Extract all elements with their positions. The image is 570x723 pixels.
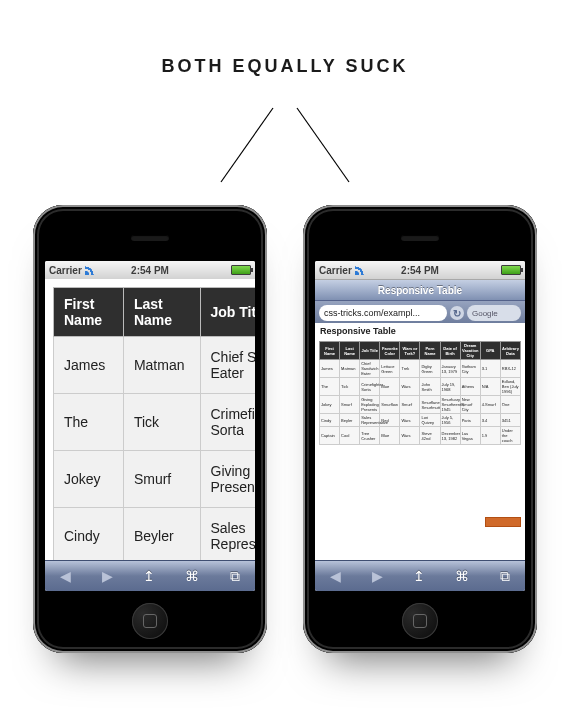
page-title: Responsive Table bbox=[315, 323, 525, 339]
status-time: 2:54 PM bbox=[45, 265, 255, 276]
pages-icon[interactable]: ⧉ bbox=[230, 568, 240, 585]
earpiece bbox=[401, 235, 439, 241]
webview-right[interactable]: Responsive Table First NameLast NameJob … bbox=[315, 323, 525, 561]
clipped-data-table: First NameLast NameJob Title JamesMatman… bbox=[53, 287, 255, 561]
search-field[interactable]: Google bbox=[467, 305, 521, 321]
safari-toolbar: ◀ ▶ ↥ ⌘ ⧉ bbox=[45, 560, 255, 591]
pages-icon[interactable]: ⧉ bbox=[500, 568, 510, 585]
svg-line-1 bbox=[297, 108, 349, 182]
safari-title-bar: Responsive Table bbox=[315, 280, 525, 301]
share-icon[interactable]: ↥ bbox=[143, 568, 155, 584]
battery-icon bbox=[231, 265, 251, 275]
bookmarks-icon[interactable]: ⌘ bbox=[185, 568, 199, 584]
earpiece bbox=[131, 235, 169, 241]
share-icon[interactable]: ↥ bbox=[413, 568, 425, 584]
forward-icon[interactable]: ▶ bbox=[102, 568, 113, 584]
svg-line-0 bbox=[221, 108, 273, 182]
ios-status-bar: Carrier 2:54 PM bbox=[315, 261, 525, 280]
zoomed-out-data-table: First NameLast NameJob TitleFavorite Col… bbox=[319, 341, 521, 445]
home-button[interactable] bbox=[402, 603, 438, 639]
webview-left[interactable]: First NameLast NameJob Title JamesMatman… bbox=[45, 279, 255, 561]
home-button[interactable] bbox=[132, 603, 168, 639]
phone-left: Carrier 2:54 PM First NameLast NameJob T… bbox=[33, 205, 267, 653]
bookmarks-icon[interactable]: ⌘ bbox=[455, 568, 469, 584]
phone-right: Carrier 2:54 PM Responsive Table css-tri… bbox=[303, 205, 537, 653]
forward-icon[interactable]: ▶ bbox=[372, 568, 383, 584]
url-field[interactable]: css-tricks.com/exampl... bbox=[319, 305, 447, 321]
orange-badge bbox=[485, 517, 521, 527]
status-time: 2:54 PM bbox=[315, 265, 525, 276]
reload-icon[interactable]: ↻ bbox=[450, 306, 464, 320]
back-icon[interactable]: ◀ bbox=[330, 568, 341, 584]
ios-status-bar: Carrier 2:54 PM bbox=[45, 261, 255, 280]
split-arrows bbox=[0, 100, 570, 210]
back-icon[interactable]: ◀ bbox=[60, 568, 71, 584]
headline-text: BOTH EQUALLY SUCK bbox=[0, 56, 570, 77]
battery-icon bbox=[501, 265, 521, 275]
safari-toolbar: ◀ ▶ ↥ ⌘ ⧉ bbox=[315, 560, 525, 591]
